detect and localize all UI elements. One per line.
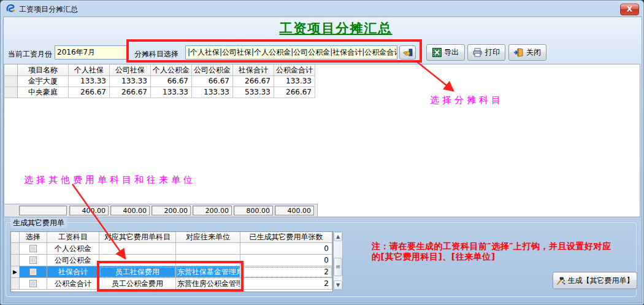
count-cell: 0	[240, 255, 332, 266]
row-selector-cell[interactable]	[11, 278, 20, 290]
total-cell: 800.00	[234, 206, 273, 215]
summary-grid: 项目名称 个人社保 公司社保 个人公积金 公司公积金 社保合计 公积金合计 金宇…	[4, 64, 640, 217]
value-cell: 133.33	[192, 87, 233, 98]
row-checkbox[interactable]	[29, 280, 37, 287]
generate-expense-button[interactable]: 生成【其它费用单】	[553, 272, 637, 289]
close-window-button[interactable]: X	[620, 4, 639, 15]
expense-subject-cell[interactable]: 员工社保费用	[99, 266, 176, 278]
select-hand-icon	[403, 48, 413, 57]
generate-grid-scrollbar[interactable]: ▲ ≡ ▼	[333, 231, 343, 290]
total-cell: 200.00	[193, 206, 232, 215]
generate-grid: 选择 工资科目 对应其它费用单科目 对应往来单位 已生成其它费用单张数 个人公积…	[10, 231, 333, 292]
column-header[interactable]: 对应其它费用单科目	[99, 232, 176, 243]
column-header[interactable]: 项目名称	[18, 64, 69, 76]
column-header[interactable]: 社保合计	[233, 64, 274, 76]
corner-cell	[4, 64, 18, 76]
partner-cell[interactable]	[176, 255, 240, 266]
subject-select-label: 分摊科目选择	[134, 49, 178, 60]
column-header[interactable]: 个人公积金	[151, 64, 192, 76]
row-selector-cell[interactable]	[11, 243, 20, 255]
salary-item-cell[interactable]: 个人公积金	[47, 243, 99, 255]
scroll-up-icon[interactable]: ▲	[334, 232, 342, 241]
export-button-label: 导出	[444, 47, 459, 58]
close-form-button[interactable]: 关闭	[508, 44, 546, 61]
corner-cell	[11, 232, 20, 243]
total-cell: 400.00	[110, 206, 150, 215]
export-button[interactable]: 导出	[426, 44, 465, 61]
count-cell: 0	[240, 243, 332, 255]
table-row[interactable]: 公积金合计 员工公积金费用 东营住房公积金管理 2	[11, 278, 332, 290]
excel-icon	[432, 48, 442, 57]
count-cell: 2	[240, 278, 332, 290]
current-row-marker[interactable]: ▶	[11, 266, 20, 278]
hammer-icon	[556, 276, 565, 285]
expense-subject-cell[interactable]: 员工公积金费用	[99, 278, 176, 290]
table-row[interactable]: 个人公积金 0	[11, 243, 332, 255]
scroll-down-icon[interactable]: ▼	[334, 280, 342, 290]
totals-empty-cell	[19, 206, 67, 215]
value-cell: 533.33	[233, 87, 274, 98]
row-selector-cell[interactable]	[4, 76, 18, 87]
row-selector-cell[interactable]	[11, 255, 20, 266]
column-header[interactable]: 已生成其它费用单张数	[240, 232, 332, 243]
value-cell: 133.33	[110, 76, 151, 87]
row-checkbox[interactable]	[29, 257, 37, 264]
table-row[interactable]: 公司公积金 0	[11, 255, 332, 266]
expense-subject-cell[interactable]	[99, 243, 176, 255]
value-cell: 133.33	[274, 76, 315, 87]
column-header[interactable]: 对应往来单位	[176, 232, 240, 243]
column-header[interactable]: 公司公积金	[192, 64, 233, 76]
partner-cell[interactable]: 东营社保基金管理局	[176, 266, 240, 278]
totals-row: 400.00 400.00 200.00 200.00 800.00 400.0…	[4, 204, 318, 217]
value-cell: 266.67	[233, 76, 274, 87]
partner-cell[interactable]	[176, 243, 240, 255]
generate-expense-button-label: 生成【其它费用单】	[568, 276, 634, 286]
table-row[interactable]: 金宇大厦 133.33 133.33 66.67 66.67 266.67 13…	[4, 76, 640, 87]
column-header[interactable]: 选择	[20, 232, 47, 243]
page-title: 工资项目分摊汇总	[1, 20, 643, 37]
generate-header-row: 选择 工资科目 对应其它费用单科目 对应往来单位 已生成其它费用单张数	[11, 232, 332, 243]
value-cell: 266.67	[274, 87, 315, 98]
column-header[interactable]: 工资科目	[47, 232, 99, 243]
scrollbar-thumb[interactable]: ≡	[334, 258, 342, 276]
close-form-button-label: 关闭	[526, 47, 541, 58]
expense-subject-cell[interactable]	[99, 255, 176, 266]
instruction-note: 注：请在要生成的工资科目前″选择″上打钩，并且设置好对应的[其它费用科目]、[往…	[372, 241, 619, 262]
salary-item-cell[interactable]: 社保合计	[47, 266, 99, 278]
project-name-cell: 金宇大厦	[18, 76, 69, 87]
total-cell: 400.00	[69, 206, 109, 215]
row-selector-cell[interactable]	[4, 87, 18, 98]
project-name-cell: 中央豪庭	[18, 87, 69, 98]
table-row-selected[interactable]: ▶ 社保合计 员工社保费用 东营社保基金管理局 2	[11, 266, 332, 278]
value-cell: 133.33	[69, 76, 110, 87]
total-cell: 200.00	[151, 206, 191, 215]
column-header[interactable]: 公司社保	[110, 64, 151, 76]
table-row[interactable]: 中央豪庭 266.67 266.67 133.33 133.33 533.33 …	[4, 87, 640, 98]
column-header[interactable]: 公积金合计	[274, 64, 315, 76]
value-cell: 133.33	[151, 87, 192, 98]
annotation-select-expense: 选择其他费用单科目和往来单位	[24, 174, 196, 186]
subject-picker-button[interactable]	[399, 45, 416, 60]
salary-item-cell[interactable]: 公司公积金	[47, 255, 99, 266]
window-title: 工资项目分摊汇总	[19, 4, 78, 15]
count-cell: 2	[240, 266, 332, 278]
row-checkbox[interactable]	[29, 268, 37, 276]
partner-cell[interactable]: 东营住房公积金管理	[176, 278, 240, 290]
printer-icon	[473, 48, 483, 57]
summary-header-row: 项目名称 个人社保 公司社保 个人公积金 公司公积金 社保合计 公积金合计	[4, 64, 640, 76]
column-header[interactable]: 个人社保	[69, 64, 110, 76]
salary-item-cell[interactable]: 公积金合计	[47, 278, 99, 290]
close-x-icon: X	[627, 5, 632, 14]
total-cell: 400.00	[275, 206, 314, 215]
titlebar: 工资项目分摊汇总 X	[1, 1, 643, 17]
value-cell: 66.67	[151, 76, 192, 87]
value-cell: 66.67	[192, 76, 233, 87]
app-window: 工资项目分摊汇总 X 工资项目分摊汇总 当前工资月份 2016年7月 分摊科目选…	[0, 0, 644, 305]
door-exit-icon	[514, 48, 524, 57]
value-cell: 266.67	[110, 87, 151, 98]
row-checkbox[interactable]	[29, 245, 37, 252]
current-month-input[interactable]: 2016年7月	[55, 45, 127, 60]
value-cell: 266.67	[69, 87, 110, 98]
print-button[interactable]: 打印	[467, 44, 505, 61]
subject-select-input[interactable]: |个人社保|公司社保|个人公积金|公司公积金|社保合计|公积金合计	[185, 45, 397, 60]
